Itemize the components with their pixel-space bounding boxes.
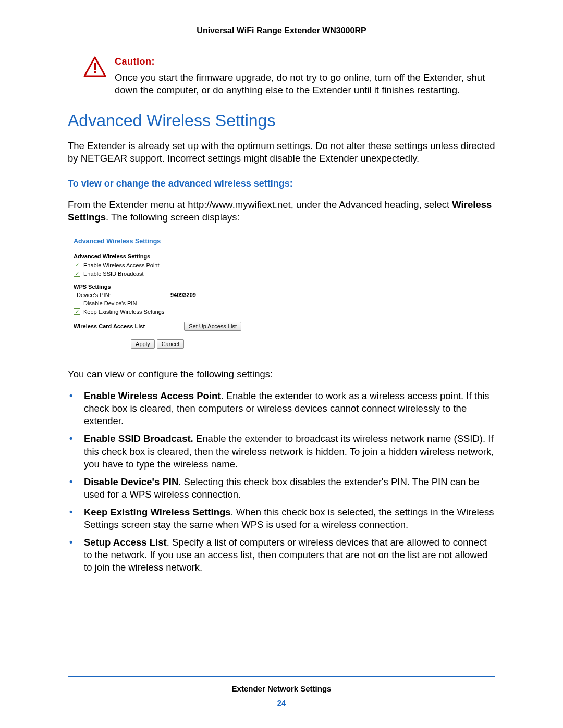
panel-title: Advanced Wireless Settings bbox=[74, 238, 241, 245]
page-footer: Extender Network Settings 24 bbox=[0, 676, 563, 707]
settings-panel-screenshot: Advanced Wireless Settings Advanced Wire… bbox=[68, 233, 247, 357]
panel-wps-heading: WPS Settings bbox=[74, 283, 241, 290]
caution-heading: Caution: bbox=[115, 56, 495, 67]
list-item-text: Enable Wireless Access Point. Enable the… bbox=[84, 390, 495, 427]
bullet-icon: • bbox=[68, 506, 84, 518]
intro-paragraph: The Extender is already set up with the … bbox=[68, 140, 495, 165]
list-item: • Enable Wireless Access Point. Enable t… bbox=[68, 390, 495, 427]
section-title: Advanced Wireless Settings bbox=[68, 111, 495, 130]
label-enable-ap: Enable Wireless Access Point bbox=[83, 262, 160, 268]
bullet-icon: • bbox=[68, 476, 84, 488]
pin-label: Device's PIN: bbox=[74, 292, 170, 298]
label-enable-ssid: Enable SSID Broadcast bbox=[83, 270, 144, 277]
subheading: To view or change the advanced wireless … bbox=[68, 178, 495, 189]
caution-icon bbox=[83, 56, 106, 77]
label-keep-existing: Keep Existing Wireless Settings bbox=[83, 309, 164, 315]
caution-block: Caution: Once you start the firmware upg… bbox=[83, 56, 495, 96]
label-disable-pin: Disable Device's PIN bbox=[83, 300, 137, 306]
footer-page-number: 24 bbox=[0, 698, 563, 707]
setup-access-list-button[interactable]: Set Up Access List bbox=[184, 322, 241, 331]
panel-group1-heading: Advanced Wireless Settings bbox=[74, 253, 241, 260]
bullet-icon: • bbox=[68, 390, 84, 402]
footer-title: Extender Network Settings bbox=[0, 684, 563, 693]
page-header-title: Universal WiFi Range Extender WN3000RP bbox=[0, 0, 563, 56]
list-item-text: Keep Existing Wireless Settings. When th… bbox=[84, 506, 495, 531]
list-item: • Setup Access List. Specify a list of c… bbox=[68, 536, 495, 574]
svg-rect-2 bbox=[94, 71, 96, 73]
list-item-text: Enable SSID Broadcast. Enable the extend… bbox=[84, 433, 495, 470]
checkbox-keep-existing[interactable] bbox=[74, 308, 80, 315]
caution-body: Once you start the firmware upgrade, do … bbox=[115, 71, 495, 96]
apply-button[interactable]: Apply bbox=[131, 339, 155, 349]
checkbox-disable-pin[interactable] bbox=[74, 300, 80, 306]
menu-paragraph-pre: From the Extender menu at http://www.myw… bbox=[68, 199, 452, 210]
svg-rect-1 bbox=[94, 63, 96, 70]
checkbox-enable-ssid[interactable] bbox=[74, 270, 80, 277]
acl-label: Wireless Card Access List bbox=[74, 323, 145, 329]
checkbox-enable-ap[interactable] bbox=[74, 262, 80, 268]
pin-value: 94093209 bbox=[170, 292, 196, 298]
cancel-button[interactable]: Cancel bbox=[157, 339, 184, 349]
menu-paragraph: From the Extender menu at http://www.myw… bbox=[68, 199, 495, 224]
bullet-icon: • bbox=[68, 433, 84, 445]
list-item: • Disable Device's PIN. Selecting this c… bbox=[68, 476, 495, 501]
list-item: • Enable SSID Broadcast. Enable the exte… bbox=[68, 433, 495, 470]
list-item: • Keep Existing Wireless Settings. When … bbox=[68, 506, 495, 531]
feature-list: • Enable Wireless Access Point. Enable t… bbox=[68, 390, 495, 574]
list-item-text: Disable Device's PIN. Selecting this che… bbox=[84, 476, 495, 501]
bullet-icon: • bbox=[68, 536, 84, 548]
para-after-panel: You can view or configure the following … bbox=[68, 368, 495, 380]
menu-paragraph-post: . The following screen displays: bbox=[106, 212, 240, 223]
list-item-text: Setup Access List. Specify a list of com… bbox=[84, 536, 495, 574]
